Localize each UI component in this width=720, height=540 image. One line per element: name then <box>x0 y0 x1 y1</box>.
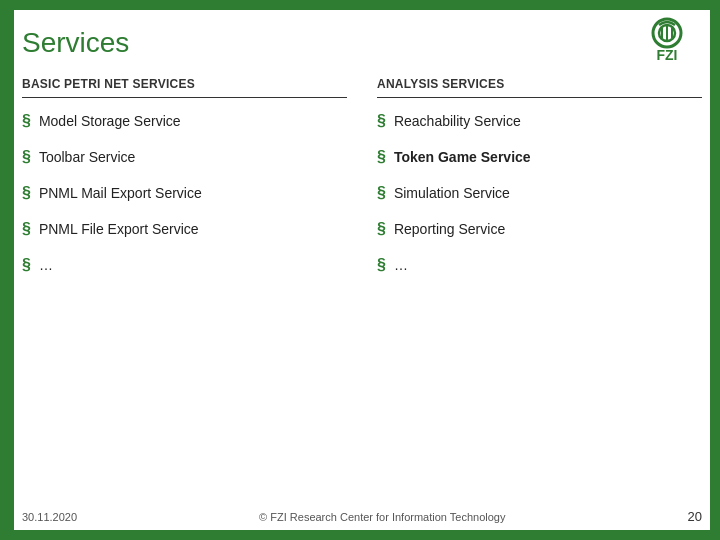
list-item: § PNML File Export Service <box>22 220 347 238</box>
columns-container: BASIC PETRI NET SERVICES § Model Storage… <box>22 77 702 292</box>
bullet-icon: § <box>377 112 386 130</box>
footer-copyright: © FZI Research Center for Information Te… <box>77 511 687 523</box>
list-item: § Simulation Service <box>377 184 702 202</box>
footer: 30.11.2020 © FZI Research Center for Inf… <box>22 509 702 524</box>
footer-date: 30.11.2020 <box>22 511 77 523</box>
footer-page-number: 20 <box>688 509 702 524</box>
content-area: Services BASIC PETRI NET SERVICES § Mode… <box>22 15 702 522</box>
bullet-icon: § <box>377 256 386 274</box>
list-item: § PNML Mail Export Service <box>22 184 347 202</box>
service-label: PNML Mail Export Service <box>39 185 202 201</box>
left-column: BASIC PETRI NET SERVICES § Model Storage… <box>22 77 347 292</box>
service-label: Toolbar Service <box>39 149 136 165</box>
bullet-icon: § <box>22 148 31 166</box>
list-item: § Reachability Service <box>377 112 702 130</box>
bullet-icon: § <box>377 148 386 166</box>
bullet-icon: § <box>22 112 31 130</box>
list-item: § … <box>22 256 347 274</box>
service-label: Reporting Service <box>394 221 505 237</box>
bottom-bar <box>14 530 720 540</box>
bullet-icon: § <box>377 220 386 238</box>
list-item: § Toolbar Service <box>22 148 347 166</box>
list-item: § Model Storage Service <box>22 112 347 130</box>
service-label: … <box>394 257 408 273</box>
list-item: § … <box>377 256 702 274</box>
service-label: PNML File Export Service <box>39 221 199 237</box>
bullet-icon: § <box>22 184 31 202</box>
left-column-header: BASIC PETRI NET SERVICES <box>22 77 347 98</box>
top-bar <box>14 0 720 10</box>
service-label: Model Storage Service <box>39 113 181 129</box>
service-label: … <box>39 257 53 273</box>
right-column: ANALYSIS SERVICES § Reachability Service… <box>377 77 702 292</box>
bullet-icon: § <box>22 256 31 274</box>
left-bar <box>0 0 14 540</box>
list-item: § Reporting Service <box>377 220 702 238</box>
bullet-icon: § <box>377 184 386 202</box>
list-item: § Token Game Service <box>377 148 702 166</box>
service-label: Simulation Service <box>394 185 510 201</box>
right-bar <box>710 0 720 540</box>
service-label: Reachability Service <box>394 113 521 129</box>
page-title: Services <box>22 27 702 59</box>
slide: FZI Services BASIC PETRI NET SERVICES § … <box>0 0 720 540</box>
service-label-bold: Token Game Service <box>394 149 531 165</box>
right-column-header: ANALYSIS SERVICES <box>377 77 702 98</box>
bullet-icon: § <box>22 220 31 238</box>
